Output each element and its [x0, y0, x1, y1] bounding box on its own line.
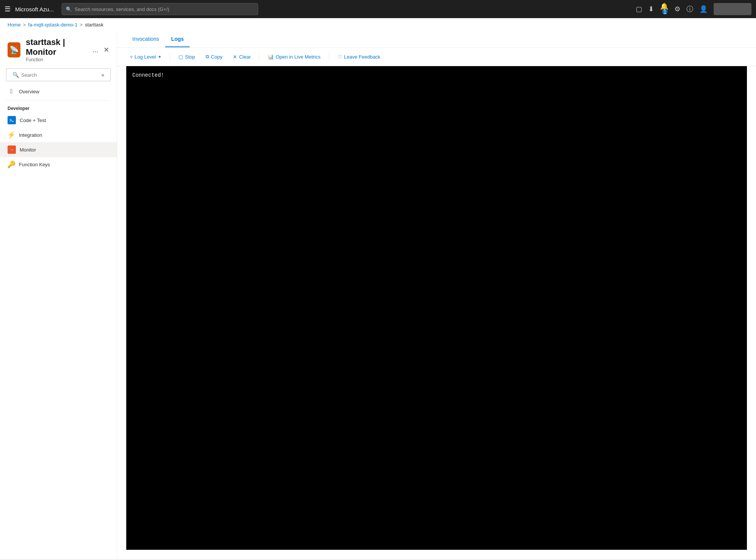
log-level-button[interactable]: ▿ Log Level ▼ [126, 52, 165, 62]
search-placeholder: Search resources, services, and docs (G+… [75, 6, 169, 12]
title-block: starttask | Monitor Function [26, 37, 87, 62]
app-title: Microsoft Azu... [15, 6, 54, 12]
search-icon: 🔍 [66, 6, 72, 12]
sidebar-item-monitor[interactable]: ⎓ Monitor [0, 142, 117, 157]
breadcrumb-parent[interactable]: fa-mqtt-qstask-demo-1 [28, 22, 77, 28]
clear-button[interactable]: ✕ Clear [229, 52, 254, 62]
sidebar-item-integration[interactable]: ⚡ Integration [0, 128, 117, 142]
feedback-label: Leave Feedback [344, 54, 380, 60]
log-console: Connected! [126, 66, 747, 550]
stop-button[interactable]: ▢ Stop [175, 52, 199, 62]
close-button[interactable]: ✕ [104, 46, 109, 54]
live-metrics-label: Open in Live Metrics [276, 54, 321, 60]
help-icon[interactable]: ⓘ [686, 5, 693, 14]
settings-icon[interactable]: ⚙ [674, 5, 680, 13]
sidebar-item-function-keys[interactable]: 🔑 Function Keys [0, 157, 117, 172]
stop-icon: ▢ [178, 54, 183, 60]
breadcrumb-current: starttask [85, 22, 104, 28]
copy-button[interactable]: ⧉ Copy [202, 51, 226, 62]
sidebar-item-code-test[interactable]: Code + Test [0, 113, 117, 128]
more-options-button[interactable]: ... [93, 46, 98, 54]
copy-label: Copy [211, 54, 222, 60]
sidebar-item-overview[interactable]: 𞳛 Overview [0, 84, 117, 99]
log-output: Connected! [132, 72, 164, 78]
monitor-icon: ⎓ [8, 145, 16, 154]
stop-label: Stop [185, 54, 195, 60]
toolbar: ▿ Log Level ▼ ▢ Stop ⧉ Copy ✕ Clear [117, 48, 756, 66]
sidebar-collapse-button[interactable]: « [101, 72, 104, 78]
sidebar-search[interactable]: 🔍 « [6, 68, 111, 81]
breadcrumb-sep1: > [23, 22, 26, 28]
breadcrumb-sep2: > [80, 22, 83, 28]
function-keys-label: Function Keys [19, 162, 50, 167]
feedback-icon[interactable]: ⬇ [648, 5, 654, 13]
notification-badge: 1 [662, 9, 668, 14]
live-metrics-button[interactable]: 📊 Open in Live Metrics [264, 52, 324, 62]
log-level-label: Log Level [135, 54, 156, 60]
toolbar-sep-1 [170, 53, 170, 60]
toolbar-sep-2 [259, 53, 259, 60]
breadcrumb-home[interactable]: Home [8, 22, 21, 28]
integration-icon: ⚡ [8, 131, 15, 139]
content-area: Invocations Logs ▿ Log Level ▼ ▢ Stop ⧉ … [117, 31, 756, 559]
notification-icon[interactable]: 🔔 1 [660, 2, 668, 16]
chart-icon: 📊 [268, 54, 274, 60]
page-subtitle: Function [26, 57, 87, 62]
integration-label: Integration [19, 132, 42, 138]
clear-icon: ✕ [233, 54, 237, 60]
tab-logs[interactable]: Logs [165, 31, 190, 47]
code-test-icon [8, 116, 16, 124]
nav-icons: ▢ ⬇ 🔔 1 ⚙ ⓘ 👤 [636, 2, 751, 16]
hamburger-icon[interactable]: ☰ [5, 5, 11, 13]
tab-invocations[interactable]: Invocations [126, 31, 165, 47]
developer-section-label: Developer [0, 102, 117, 113]
main-layout: 📡 starttask | Monitor Function ... ✕ 🔍 «… [0, 31, 756, 559]
sidebar: 📡 starttask | Monitor Function ... ✕ 🔍 «… [0, 31, 117, 559]
chevron-down-icon: ▼ [158, 55, 161, 59]
heart-icon: ♡ [338, 54, 342, 60]
copy-icon: ⧉ [206, 54, 209, 60]
overview-label: Overview [19, 89, 39, 94]
clear-label: Clear [239, 54, 251, 60]
top-nav: ☰ Microsoft Azu... 🔍 Search resources, s… [0, 0, 756, 18]
filter-icon: ▿ [130, 54, 133, 60]
monitor-label: Monitor [20, 147, 36, 153]
sidebar-header: 📡 starttask | Monitor Function ... ✕ [0, 31, 117, 65]
function-app-icon: 📡 [8, 42, 20, 57]
sidebar-search-icon: 🔍 [12, 72, 19, 78]
tabs-bar: Invocations Logs [117, 31, 756, 48]
page-title: starttask | Monitor [26, 37, 87, 57]
breadcrumb: Home > fa-mqtt-qstask-demo-1 > starttask [0, 18, 756, 31]
overview-icon: 𞳛 [8, 88, 15, 95]
code-test-label: Code + Test [20, 118, 46, 123]
toolbar-sep-3 [329, 53, 329, 60]
sidebar-search-input[interactable] [21, 72, 101, 78]
global-search[interactable]: 🔍 Search resources, services, and docs (… [62, 3, 258, 15]
feedback-button[interactable]: ♡ Leave Feedback [334, 52, 384, 62]
function-keys-icon: 🔑 [8, 161, 15, 168]
user-avatar[interactable] [714, 3, 751, 15]
profile-icon[interactable]: 👤 [699, 5, 708, 13]
sidebar-divider [6, 100, 111, 101]
terminal-icon[interactable]: ▢ [636, 5, 642, 13]
